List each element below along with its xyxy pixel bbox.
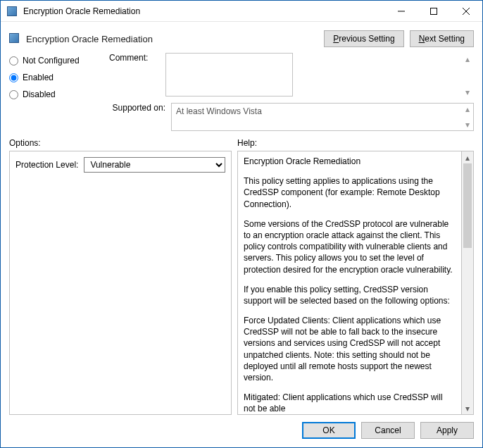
- radio-not-configured[interactable]: Not Configured: [9, 56, 99, 66]
- policy-icon: [9, 33, 20, 44]
- radio-disabled-label: Disabled: [23, 89, 56, 99]
- scroll-up-icon: ▴: [463, 54, 472, 64]
- comment-label: Comment:: [109, 53, 160, 63]
- help-label: Help:: [237, 138, 257, 148]
- comment-input[interactable]: [165, 53, 293, 97]
- apply-button[interactable]: Apply: [420, 422, 474, 439]
- options-pane: Protection Level: Vulnerable: [9, 151, 232, 415]
- app-icon: [6, 6, 18, 17]
- ok-button[interactable]: OK: [302, 422, 356, 439]
- supported-on-box: At least Windows Vista: [171, 103, 474, 131]
- maximize-icon: [430, 8, 437, 15]
- next-setting-button[interactable]: Next Setting: [410, 30, 474, 47]
- scroll-up-icon: ▴: [463, 104, 472, 114]
- page-title: Encryption Oracle Remediation: [26, 34, 318, 44]
- radio-enabled[interactable]: Enabled: [9, 73, 99, 82]
- help-text: This policy setting applies to applicati…: [244, 175, 456, 210]
- scroll-down-icon: ▾: [462, 402, 473, 414]
- help-text: Some versions of the CredSSP protocol ar…: [244, 218, 456, 275]
- protection-level-select[interactable]: Vulnerable: [84, 157, 225, 173]
- panes: Protection Level: Vulnerable Encryption …: [1, 151, 482, 415]
- comment-scrollbar[interactable]: ▴ ▾: [463, 54, 472, 97]
- radio-disabled-input[interactable]: [9, 90, 18, 99]
- window-title: Encryption Oracle Remediation: [23, 6, 385, 16]
- help-scrollbar[interactable]: ▴ ▾: [462, 151, 474, 415]
- maximize-button[interactable]: [418, 1, 450, 21]
- radio-disabled[interactable]: Disabled: [9, 89, 99, 99]
- scroll-up-icon: ▴: [462, 151, 473, 163]
- section-labels: Options: Help:: [1, 134, 482, 151]
- supported-label: Supported on:: [109, 103, 165, 113]
- previous-setting-button[interactable]: Previous Setting: [324, 30, 403, 47]
- config-area: Not Configured Enabled Disabled Comment:…: [1, 53, 482, 134]
- radio-not-configured-label: Not Configured: [23, 56, 80, 66]
- help-pane: Encryption Oracle Remediation This polic…: [237, 151, 462, 415]
- minimize-button[interactable]: [385, 1, 418, 21]
- radio-not-configured-input[interactable]: [9, 56, 18, 66]
- options-label: Options:: [9, 138, 237, 148]
- scroll-thumb[interactable]: [463, 163, 472, 248]
- scroll-down-icon: ▾: [463, 120, 472, 130]
- footer: OK Cancel Apply: [1, 415, 482, 447]
- titlebar: Encryption Oracle Remediation: [1, 1, 482, 22]
- scroll-down-icon: ▾: [463, 87, 472, 97]
- cancel-button[interactable]: Cancel: [361, 422, 415, 439]
- radio-enabled-input[interactable]: [9, 73, 18, 82]
- close-button[interactable]: [450, 1, 482, 21]
- help-text: Mitigated: Client applications which use…: [244, 392, 456, 414]
- supported-scrollbar[interactable]: ▴ ▾: [463, 104, 472, 130]
- help-text: Encryption Oracle Remediation: [244, 156, 456, 167]
- minimize-icon: [398, 8, 405, 15]
- radio-enabled-label: Enabled: [23, 73, 54, 82]
- help-text: Force Updated Clients: Client applicatio…: [244, 315, 456, 383]
- protection-level-label: Protection Level:: [15, 160, 78, 170]
- header-row: Encryption Oracle Remediation Previous S…: [1, 22, 482, 53]
- svg-rect-0: [431, 8, 437, 14]
- close-icon: [463, 8, 470, 15]
- help-text: If you enable this policy setting, CredS…: [244, 284, 456, 306]
